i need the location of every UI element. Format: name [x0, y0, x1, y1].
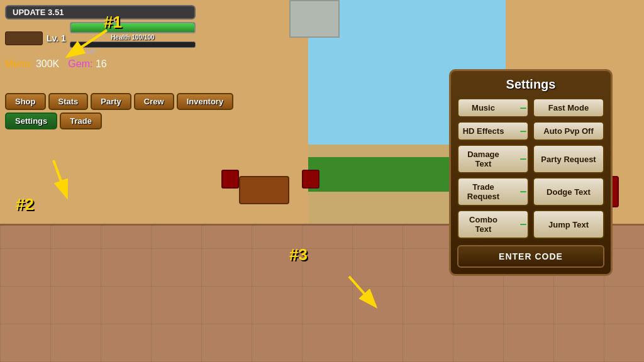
annotation-2: #2	[16, 195, 34, 214]
settings-title: Settings	[457, 77, 604, 92]
music-label: Music	[472, 103, 495, 112]
settings-grid: Music Fast Mode HD Effects Auto Pvp Off …	[457, 98, 604, 239]
fast-mode-button[interactable]: Fast Mode	[533, 98, 604, 118]
nav-buttons: Shop Stats Party Crew Inventory Settings…	[5, 93, 233, 129]
arrow-3-svg	[336, 270, 393, 314]
dodge-text-label: Dodge Text	[547, 187, 591, 197]
combo-text-label: Combo Text	[469, 215, 497, 234]
dodge-text-button[interactable]: Dodge Text	[533, 177, 604, 206]
hd-effects-toggle	[520, 131, 526, 132]
chair-right	[302, 170, 319, 189]
auto-pvp-label: Auto Pvp Off	[543, 126, 593, 136]
auto-pvp-button[interactable]: Auto Pvp Off	[533, 121, 604, 141]
window-top	[289, 0, 340, 38]
table	[239, 176, 289, 204]
enter-code-button[interactable]: ENTER CODE	[457, 245, 604, 268]
chair-left	[221, 170, 239, 189]
jump-text-label: Jump Text	[548, 220, 589, 229]
settings-panel: Settings Music Fast Mode HD Effects Auto…	[449, 69, 613, 276]
trade-request-toggle	[520, 191, 526, 192]
music-toggle	[520, 107, 526, 109]
inventory-button[interactable]: Inventory	[177, 93, 234, 110]
jump-text-button[interactable]: Jump Text	[533, 210, 604, 239]
trade-request-button[interactable]: Trade Request	[457, 177, 529, 206]
nav-row-1: Shop Stats Party Crew Inventory	[5, 93, 233, 110]
arrow-2-svg	[35, 154, 85, 204]
update-badge: UPDATE 3.51	[5, 5, 196, 19]
hd-effects-button[interactable]: HD Effects	[457, 121, 529, 141]
annotation-3: #3	[289, 245, 308, 265]
damage-text-toggle	[520, 158, 526, 160]
party-request-button[interactable]: Party Request	[533, 145, 604, 173]
crew-button[interactable]: Crew	[134, 93, 174, 110]
arrow-1-svg	[50, 24, 113, 62]
trade-button[interactable]: Trade	[60, 112, 102, 129]
hd-effects-label: HD Effects	[463, 126, 504, 136]
stats-button[interactable]: Stats	[48, 93, 89, 110]
combo-text-button[interactable]: Combo Text	[457, 210, 529, 239]
gun-icon	[5, 31, 43, 45]
music-button[interactable]: Music	[457, 98, 529, 118]
trade-request-label: Trade Request	[467, 182, 499, 201]
settings-button[interactable]: Settings	[5, 112, 57, 129]
damage-text-button[interactable]: Damage Text	[457, 145, 529, 173]
damage-text-label: Damage Text	[467, 150, 499, 168]
combo-text-toggle	[520, 224, 526, 225]
nav-row-2: Settings Trade	[5, 112, 233, 129]
party-button[interactable]: Party	[91, 93, 131, 110]
shop-button[interactable]: Shop	[5, 93, 46, 110]
fast-mode-label: Fast Mode	[548, 103, 589, 112]
furniture-area	[226, 163, 314, 214]
party-request-label: Party Request	[541, 155, 596, 164]
